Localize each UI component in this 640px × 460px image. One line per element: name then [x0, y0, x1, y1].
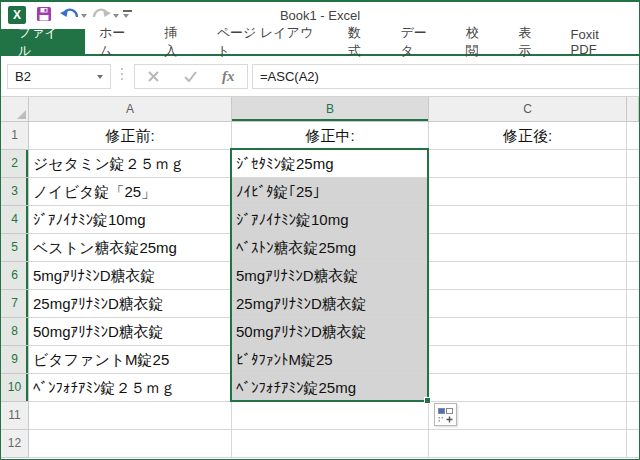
cell-C9[interactable] — [429, 346, 627, 374]
row-header-5[interactable]: 5 — [1, 234, 29, 262]
cell-A1[interactable]: 修正前: — [29, 122, 232, 150]
cell-A4[interactable]: ｼﾞｱﾉｲﾅﾐﾝ錠10mg — [29, 206, 232, 234]
tab-page-layout[interactable]: ページ レイアウト — [203, 29, 334, 54]
row-header-11[interactable]: 11 — [1, 402, 29, 430]
cell-D8[interactable] — [627, 318, 639, 346]
excel-window: X Book1 - Excel — [0, 0, 640, 460]
cell-D4[interactable] — [627, 206, 639, 234]
cell-D1[interactable] — [627, 122, 639, 150]
row-header-1[interactable]: 1 — [1, 122, 29, 150]
table-row: 5ベストン糖衣錠25mgﾍﾞｽﾄﾝ糖衣錠25mg — [1, 234, 639, 262]
cell-A10[interactable]: ﾍﾞﾝﾌｫﾁｱﾐﾝ錠２５ｍｇ — [29, 374, 232, 402]
cell-B6[interactable]: 5mgｱﾘﾅﾐﾝD糖衣錠 — [232, 262, 429, 290]
tab-formulas[interactable]: 数式 — [334, 29, 386, 54]
column-header-c[interactable]: C — [429, 97, 627, 122]
cell-B2[interactable]: ｼﾞｾﾀﾐﾝ錠25mg — [232, 150, 429, 178]
row-header-12[interactable]: 12 — [1, 430, 29, 458]
cell-C5[interactable] — [429, 234, 627, 262]
tab-foxit-pdf[interactable]: Foxit PDF — [557, 29, 639, 54]
ribbon-tabs: ファイル ホーム 挿入 ページ レイアウト 数式 データ 校閲 表示 Foxit… — [1, 29, 639, 56]
column-header-d[interactable] — [627, 97, 639, 122]
fill-handle[interactable] — [424, 397, 431, 404]
cancel-icon[interactable] — [148, 71, 159, 82]
row-header-10[interactable]: 10 — [1, 374, 29, 402]
cell-B7[interactable]: 25mgｱﾘﾅﾐﾝD糖衣錠 — [232, 290, 429, 318]
cell-B5[interactable]: ﾍﾞｽﾄﾝ糖衣錠25mg — [232, 234, 429, 262]
cell-C2[interactable] — [429, 150, 627, 178]
row-header-7[interactable]: 7 — [1, 290, 29, 318]
table-row: 12 — [1, 430, 639, 458]
cell-C11[interactable] — [429, 402, 627, 430]
table-row: 11 — [1, 402, 639, 430]
cell-D6[interactable] — [627, 262, 639, 290]
cell-D9[interactable] — [627, 346, 639, 374]
row-header-4[interactable]: 4 — [1, 206, 29, 234]
cell-A7[interactable]: 25mgｱﾘﾅﾐﾝD糖衣錠 — [29, 290, 232, 318]
cell-D10[interactable] — [627, 374, 639, 402]
cell-A8[interactable]: 50mgｱﾘﾅﾐﾝD糖衣錠 — [29, 318, 232, 346]
cell-B9[interactable]: ﾋﾞﾀﾌｧﾝﾄM錠25 — [232, 346, 429, 374]
insert-function-icon[interactable]: fx — [222, 68, 235, 85]
select-all-button[interactable] — [1, 97, 29, 122]
name-box[interactable]: B2 — [7, 64, 111, 89]
tab-home[interactable]: ホーム — [85, 29, 150, 54]
cell-C8[interactable] — [429, 318, 627, 346]
column-header-b[interactable]: B — [232, 97, 429, 122]
cell-B10[interactable]: ﾍﾞﾝﾌｫﾁｱﾐﾝ錠25mg — [232, 374, 429, 402]
tab-view[interactable]: 表示 — [504, 29, 556, 54]
cell-B12[interactable] — [232, 430, 429, 458]
tab-review[interactable]: 校閲 — [452, 29, 504, 54]
table-row: 850mgｱﾘﾅﾐﾝD糖衣錠50mgｱﾘﾅﾐﾝD糖衣錠 — [1, 318, 639, 346]
cell-D12[interactable] — [627, 430, 639, 458]
cell-A3[interactable]: ノイビタ錠「25」 — [29, 178, 232, 206]
cell-D5[interactable] — [627, 234, 639, 262]
cell-B4[interactable]: ｼﾞｱﾉｲﾅﾐﾝ錠10mg — [232, 206, 429, 234]
tab-data[interactable]: データ — [386, 29, 451, 54]
cell-B8[interactable]: 50mgｱﾘﾅﾐﾝD糖衣錠 — [232, 318, 429, 346]
cell-A9[interactable]: ビタファントM錠25 — [29, 346, 232, 374]
tab-insert[interactable]: 挿入 — [150, 29, 202, 54]
table-row: 9ビタファントM錠25ﾋﾞﾀﾌｧﾝﾄM錠25 — [1, 346, 639, 374]
title-bar: X Book1 - Excel — [1, 2, 639, 29]
cell-C1[interactable]: 修正後: — [429, 122, 627, 150]
cell-C10[interactable] — [429, 374, 627, 402]
column-header-a[interactable]: A — [29, 97, 232, 122]
cell-B1[interactable]: 修正中: — [232, 122, 429, 150]
formula-input[interactable]: =ASC(A2) — [252, 64, 639, 89]
cell-D11[interactable] — [627, 402, 639, 430]
cell-C7[interactable] — [429, 290, 627, 318]
table-row: 10ﾍﾞﾝﾌｫﾁｱﾐﾝ錠２５ｍｇﾍﾞﾝﾌｫﾁｱﾐﾝ錠25mg — [1, 374, 639, 402]
row-header-6[interactable]: 6 — [1, 262, 29, 290]
cell-D7[interactable] — [627, 290, 639, 318]
table-row: 3ノイビタ錠「25」ﾉｲﾋﾞﾀ錠｢25｣ — [1, 178, 639, 206]
formula-buttons: fx — [134, 64, 248, 89]
row-header-8[interactable]: 8 — [1, 318, 29, 346]
table-row: 4ｼﾞｱﾉｲﾅﾐﾝ錠10mgｼﾞｱﾉｲﾅﾐﾝ錠10mg — [1, 206, 639, 234]
formula-bar-handle — [121, 68, 124, 83]
cell-D3[interactable] — [627, 178, 639, 206]
autofill-options-button[interactable] — [434, 403, 457, 426]
cell-A5[interactable]: ベストン糖衣錠25mg — [29, 234, 232, 262]
row-header-9[interactable]: 9 — [1, 346, 29, 374]
cell-C3[interactable] — [429, 178, 627, 206]
name-box-dropdown-icon[interactable] — [97, 75, 103, 79]
cell-A12[interactable] — [29, 430, 232, 458]
cell-C6[interactable] — [429, 262, 627, 290]
window-title: Book1 - Excel — [1, 8, 639, 23]
cell-A11[interactable] — [29, 402, 232, 430]
cell-D2[interactable] — [627, 150, 639, 178]
cell-A2[interactable]: ジセタミン錠２５ｍｇ — [29, 150, 232, 178]
column-header-row: A B C — [1, 97, 639, 122]
cell-C12[interactable] — [429, 430, 627, 458]
cell-C4[interactable] — [429, 206, 627, 234]
cell-B11[interactable] — [232, 402, 429, 430]
row-header-3[interactable]: 3 — [1, 178, 29, 206]
tab-file[interactable]: ファイル — [1, 29, 85, 54]
row-header-2[interactable]: 2 — [1, 150, 29, 178]
enter-icon[interactable] — [184, 71, 197, 82]
formula-bar: B2 fx =ASC(A2) — [1, 58, 639, 97]
cell-A6[interactable]: 5mgｱﾘﾅﾐﾝD糖衣錠 — [29, 262, 232, 290]
cell-B3[interactable]: ﾉｲﾋﾞﾀ錠｢25｣ — [232, 178, 429, 206]
grid-body: 1修正前:修正中:修正後:2ジセタミン錠２５ｍｇｼﾞｾﾀﾐﾝ錠25mg3ノイビタ… — [1, 122, 639, 458]
table-row: 65mgｱﾘﾅﾐﾝD糖衣錠5mgｱﾘﾅﾐﾝD糖衣錠 — [1, 262, 639, 290]
